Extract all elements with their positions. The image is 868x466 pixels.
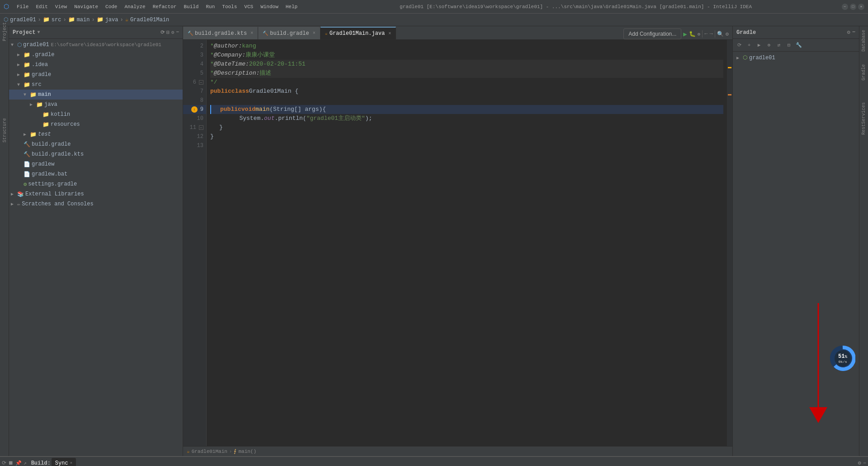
breadcrumb-java[interactable]: java (105, 17, 118, 23)
bottom-pin-icon[interactable]: 📌 (15, 460, 22, 466)
run-with-coverage-icon[interactable]: ⊕ (698, 31, 701, 37)
item-label: java (44, 101, 57, 108)
gradle-wrench-btn[interactable]: 🔧 (794, 41, 803, 50)
menu-code[interactable]: Code (102, 3, 120, 10)
menu-refactor[interactable]: Refactor (150, 3, 180, 10)
tree-item-dotgradle[interactable]: ▶ 📁 .gradle (9, 50, 183, 60)
tab-build-gradle-kts[interactable]: 🔨 build.gradle.kts × (183, 27, 258, 39)
sync-close-btn[interactable]: × (70, 461, 72, 466)
code-line-13 (210, 141, 723, 150)
settings-icon[interactable]: ⚙ (726, 31, 729, 38)
code-line-11: } (210, 123, 723, 132)
fold-icon-11[interactable]: − (199, 125, 203, 130)
close-button[interactable]: × (858, 4, 864, 10)
gradle-hide-icon[interactable]: − (852, 29, 855, 36)
maximize-button[interactable]: □ (850, 4, 856, 10)
tree-item-resources[interactable]: 📁 resources (9, 119, 183, 129)
tree-item-gradlew[interactable]: 📄 gradlew (9, 159, 183, 169)
tree-item-scratches[interactable]: ▶ ✏ Scratches and Consoles (9, 199, 183, 209)
toolbar-sep2 (715, 30, 715, 38)
menu-edit[interactable]: Edit (33, 3, 51, 10)
left-sidebar-icons: Project Structure (0, 26, 9, 456)
project-settings-icon[interactable]: ⚙ (171, 29, 175, 35)
gradle-item-root[interactable]: ▶ ⬡ gradle01 (735, 53, 857, 62)
menu-analyze[interactable]: Analyze (121, 3, 148, 10)
menu-file[interactable]: File (14, 3, 32, 10)
run-icon[interactable]: ▶ (683, 30, 687, 38)
code-editor[interactable]: 2 3 4 5 6 − (183, 40, 732, 446)
menu-window[interactable]: Window (257, 3, 282, 10)
code-class-icon: ☕ (187, 448, 190, 454)
menu-help[interactable]: Help (283, 3, 301, 10)
search-icon[interactable]: 🔍 (717, 31, 724, 38)
tab-label: Gradle01Main.java (330, 30, 385, 37)
bottom-settings-icon[interactable]: ⚙ (858, 460, 861, 466)
gradle-toggle-btn[interactable]: ⇄ (774, 41, 783, 50)
menu-tools[interactable]: Tools (219, 3, 240, 10)
breadcrumb-gradle01[interactable]: gradle01 (10, 17, 36, 23)
tree-item-settings-gradle[interactable]: ⚙ settings.gradle (9, 179, 183, 189)
menu-vcs[interactable]: VCS (241, 3, 256, 10)
back-icon[interactable]: ← (704, 31, 708, 37)
minimize-button[interactable]: − (842, 4, 848, 10)
tab-gradle01main-java[interactable]: ☕ Gradle01Main.java × (321, 27, 396, 39)
tree-item-main[interactable]: ▼ 📁 main (9, 90, 183, 100)
database-toggle[interactable]: Database (860, 28, 867, 53)
structure-toggle[interactable]: Structure (1, 127, 8, 134)
editor-area: 🔨 build.gradle.kts × 🔨 build.gradle × ☕ … (183, 26, 732, 456)
tab-sync[interactable]: Sync × (52, 458, 76, 466)
project-sync-icon[interactable]: ⟳ (160, 29, 165, 35)
add-configuration-button[interactable]: Add Configuration... (623, 29, 681, 39)
gradle-run-btn[interactable]: ▶ (755, 41, 764, 50)
gradle-collapse-btn[interactable]: ⊟ (784, 41, 793, 50)
tree-item-build-gradle-kts[interactable]: 🔨 build.gradle.kts (9, 149, 183, 159)
code-method-name[interactable]: main() (238, 449, 256, 454)
gradle-root-label: gradle01 (749, 55, 775, 61)
bottom-refresh-icon[interactable]: ⟳ (2, 460, 6, 466)
app-icon: ⬡ (4, 3, 9, 10)
code-line-9: public void main(String[] args){ (210, 105, 723, 114)
project-collapse-icon[interactable]: ⊟ (166, 29, 170, 35)
item-label: kotlin (51, 111, 70, 118)
breadcrumb-src[interactable]: src (52, 17, 61, 23)
gradle-add-btn[interactable]: + (745, 41, 754, 50)
gradle-debug-btn[interactable]: ⊕ (764, 41, 774, 50)
menu-run[interactable]: Run (203, 3, 218, 10)
menu-view[interactable]: View (52, 3, 70, 10)
restservices-toggle[interactable]: RestServices (860, 100, 867, 137)
breadcrumb-main[interactable]: main (77, 17, 90, 23)
tree-item-gradlew-bat[interactable]: 📄 gradlew.bat (9, 169, 183, 179)
menu-navigate[interactable]: Navigate (71, 3, 101, 10)
fold-icon-6[interactable]: − (199, 80, 203, 85)
tree-item-kotlin[interactable]: 📁 kotlin (9, 109, 183, 119)
tab-close-gradle[interactable]: × (313, 31, 316, 36)
gradle-refresh-btn[interactable]: ⟳ (735, 41, 744, 50)
project-panel-toggle[interactable]: Project (1, 28, 8, 35)
tree-item-gradle01-root[interactable]: ▼ ⬡ gradle01 E:\software\idea19\workspac… (9, 40, 183, 50)
tree-item-dotidea[interactable]: ▶ 📁 .idea (9, 60, 183, 70)
bottom-minimize-icon[interactable]: − (863, 460, 866, 466)
bottom-jump-icon[interactable]: ↗ (24, 460, 27, 466)
gradle-settings-icon[interactable]: ⚙ (847, 29, 850, 36)
bottom-stop-icon[interactable]: ⏹ (8, 460, 14, 466)
tree-item-src[interactable]: ▼ 📁 src (9, 80, 183, 90)
tree-item-external-libs[interactable]: ▶ 📚 External Libraries (9, 189, 183, 199)
forward-icon[interactable]: → (710, 31, 713, 37)
tree-item-gradle[interactable]: ▶ 📁 gradle (9, 70, 183, 80)
code-class-name[interactable]: Gradle01Main (192, 449, 227, 454)
tab-close-gradle-kts[interactable]: × (250, 31, 253, 36)
breadcrumb-classname[interactable]: Gradle01Main (130, 17, 169, 23)
tree-item-test[interactable]: ▶ 📁 test (9, 129, 183, 139)
scroll-indicator[interactable] (727, 40, 732, 446)
menu-build[interactable]: Build (180, 3, 202, 10)
tree-item-java[interactable]: ▶ 📁 java (9, 100, 183, 109)
debug-icon[interactable]: 🐛 (689, 31, 696, 38)
code-content[interactable]: * @author: kang * @Company: 康康小课堂 * @Dat… (207, 40, 727, 446)
tab-close-java[interactable]: × (388, 31, 391, 36)
tree-item-build-gradle[interactable]: 🔨 build.gradle (9, 139, 183, 149)
item-label: gradle (32, 71, 51, 78)
project-hide-icon[interactable]: − (176, 29, 179, 35)
titlebar: ⬡ File Edit View Navigate Code Analyze R… (0, 0, 868, 14)
gradle-toggle[interactable]: Gradle (860, 62, 867, 82)
tab-build-gradle[interactable]: 🔨 build.gradle × (258, 27, 320, 39)
